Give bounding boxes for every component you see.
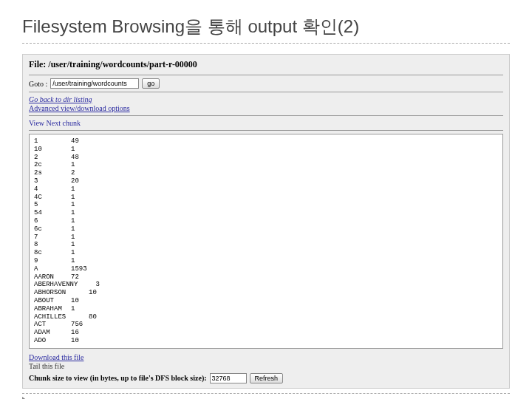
listing-value2: 10 — [89, 289, 97, 297]
listing-key: ADAM — [34, 329, 71, 337]
listing-key: ABRAHAM — [34, 305, 71, 313]
listing-row: 2s2 — [34, 169, 498, 177]
listing-value2: 80 — [89, 313, 97, 321]
listing-row: 51 — [34, 201, 498, 209]
listing-key: 7 — [34, 233, 71, 242]
listing-key: AARON — [34, 273, 71, 282]
listing-key: 6c — [34, 225, 71, 233]
listing-value: 1 — [71, 241, 89, 249]
chunk-label: Chunk size to view (in bytes, up to file… — [29, 374, 207, 382]
separator — [29, 92, 503, 92]
listing-row: 248 — [34, 154, 498, 162]
listing-value: 1 — [71, 257, 89, 265]
listing-row: 541 — [34, 209, 498, 217]
listing-row: 320 — [34, 177, 498, 185]
listing-row: 2c1 — [34, 161, 498, 169]
goto-row: Goto : go — [29, 78, 503, 89]
listing-key: A — [34, 265, 71, 273]
listing-value: 10 — [71, 297, 89, 305]
listing-row: 8c1 — [34, 249, 498, 257]
listing-key: ABERHAVENNY — [34, 281, 78, 289]
listing-value: 49 — [71, 137, 89, 146]
go-button[interactable]: go — [142, 78, 160, 89]
listing-value: 1593 — [71, 265, 89, 273]
file-content-listing: 1491012482c12s2320414C151541616c171818c1… — [29, 134, 503, 349]
listing-row: ACT756 — [34, 321, 498, 329]
listing-row: 101 — [34, 146, 498, 154]
listing-row: ABOUT10 — [34, 297, 498, 305]
listing-value: 20 — [71, 177, 89, 185]
listing-row: A1593 — [34, 265, 498, 273]
bottom-bar — [22, 393, 510, 399]
listing-value: 1 — [71, 161, 89, 169]
listing-row: 41 — [34, 185, 498, 194]
refresh-button[interactable]: Refresh — [250, 373, 284, 383]
listing-key: 8c — [34, 249, 71, 257]
separator — [29, 130, 503, 131]
listing-row: ABRAHAM1 — [34, 305, 498, 313]
tail-link[interactable]: Tail this file — [29, 362, 503, 370]
listing-key: ADO — [34, 337, 71, 345]
listing-value: 72 — [71, 273, 89, 282]
listing-row: ACHILLES80 — [34, 313, 498, 321]
listing-key: 3 — [34, 177, 71, 185]
listing-value: 1 — [71, 209, 89, 217]
listing-key: ABHORSON — [34, 289, 71, 297]
listing-key: 8 — [34, 241, 71, 249]
listing-row: 4C1 — [34, 194, 498, 202]
listing-value: 48 — [71, 154, 89, 162]
content-panel: File: /user/training/wordcounts/part-r-0… — [22, 54, 510, 389]
goto-label: Goto : — [29, 80, 47, 88]
listing-value: 1 — [71, 225, 89, 233]
listing-key: ACT — [34, 321, 71, 329]
listing-key: 5 — [34, 201, 71, 209]
listing-key: ABOUT — [34, 297, 71, 305]
listing-key: 10 — [34, 146, 71, 154]
listing-row: 91 — [34, 257, 498, 265]
listing-key: 6 — [34, 217, 71, 225]
listing-key: 2c — [34, 161, 71, 169]
go-back-link[interactable]: Go back to dir listing — [29, 95, 503, 103]
listing-value: 1 — [71, 146, 89, 154]
listing-value: 756 — [71, 321, 89, 329]
goto-input[interactable] — [50, 78, 139, 89]
listing-row: 81 — [34, 241, 498, 249]
advanced-link[interactable]: Advanced view/download options — [29, 104, 503, 112]
file-path: /user/training/wordcounts/part-r-00000 — [48, 59, 197, 69]
listing-value: 1 — [71, 217, 89, 225]
listing-value: 16 — [71, 329, 89, 337]
listing-row: AARON72 — [34, 273, 498, 282]
listing-value2: 3 — [95, 281, 99, 289]
listing-value: 10 — [71, 337, 89, 345]
listing-row: 71 — [34, 233, 498, 242]
listing-value: 1 — [71, 201, 89, 209]
listing-value: 1 — [71, 249, 89, 257]
listing-value: 1 — [71, 305, 89, 313]
listing-key: 2s — [34, 169, 71, 177]
download-link[interactable]: Download this file — [29, 353, 503, 361]
listing-row: ADAM16 — [34, 329, 498, 337]
listing-row: 149 — [34, 137, 498, 146]
listing-key: 2 — [34, 154, 71, 162]
listing-row: 61 — [34, 217, 498, 225]
separator — [29, 75, 503, 75]
listing-row: ABHORSON10 — [34, 289, 498, 297]
separator — [29, 115, 503, 116]
listing-row: ABERHAVENNY3 — [34, 281, 498, 289]
chunk-size-input[interactable] — [210, 373, 247, 383]
page-title: Filesystem Browsing을 통해 output 확인(2) — [22, 15, 510, 44]
listing-row: 6c1 — [34, 225, 498, 233]
view-next-link[interactable]: View Next chunk — [29, 119, 503, 127]
listing-key: ACHILLES — [34, 313, 71, 321]
listing-key: 1 — [34, 137, 71, 146]
file-heading: File: /user/training/wordcounts/part-r-0… — [29, 59, 503, 70]
listing-value: 1 — [71, 233, 89, 242]
listing-key: 9 — [34, 257, 71, 265]
listing-value: 1 — [71, 194, 89, 202]
listing-key: 4C — [34, 194, 71, 202]
chunk-row: Chunk size to view (in bytes, up to file… — [29, 373, 503, 383]
listing-value: 1 — [71, 185, 89, 194]
listing-row: ADO10 — [34, 337, 498, 345]
listing-key: 4 — [34, 185, 71, 194]
listing-key: 54 — [34, 209, 71, 217]
